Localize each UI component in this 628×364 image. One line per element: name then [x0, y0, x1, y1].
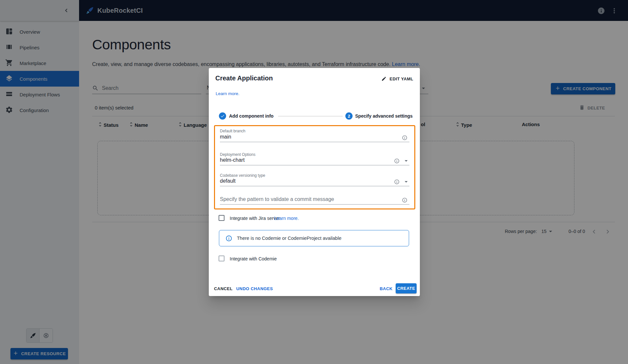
dialog-learn-more-link[interactable]: Learn more.	[216, 91, 240, 96]
commit-message-pattern-input[interactable]	[220, 196, 409, 205]
deployment-options-select[interactable]: helm-chart	[220, 157, 409, 165]
step-2-number: 2	[348, 114, 350, 119]
stepper-connector	[278, 116, 343, 116]
codebase-versioning-type-value: default	[220, 178, 236, 184]
step-1-completed-icon	[219, 112, 226, 120]
codemie-info-alert: There is no Codemie or CodemieProject av…	[219, 230, 409, 246]
info-icon	[225, 235, 232, 242]
chevron-down-icon[interactable]	[403, 157, 410, 166]
create-label: CREATE	[397, 286, 415, 291]
jira-checkbox[interactable]	[219, 215, 224, 221]
step-1-label: Add component info	[229, 113, 273, 119]
cancel-label: CANCEL	[214, 286, 233, 291]
codemie-checkbox[interactable]	[219, 256, 224, 261]
codebase-versioning-type-select[interactable]: default	[220, 178, 409, 186]
info-icon[interactable]	[394, 158, 400, 165]
deployment-options-label: Deployment Options	[220, 152, 256, 157]
cancel-button[interactable]: CANCEL	[214, 286, 233, 291]
dialog-title: Create Application	[215, 74, 273, 82]
edit-yaml-label: EDIT YAML	[389, 76, 413, 81]
back-button[interactable]: BACK	[380, 286, 392, 291]
jira-learn-more-link[interactable]: Learn more.	[274, 216, 299, 221]
pencil-icon	[381, 76, 387, 81]
step-2-circle: 2	[345, 112, 353, 120]
create-application-dialog: Create Application EDIT YAML Learn more.…	[209, 68, 420, 296]
info-icon[interactable]	[394, 179, 400, 186]
edit-yaml-button[interactable]: EDIT YAML	[381, 76, 413, 81]
undo-changes-label: UNDO CHANGES	[236, 286, 273, 291]
back-label: BACK	[380, 286, 392, 291]
alert-text: There is no Codemie or CodemieProject av…	[237, 236, 341, 241]
step-2-label: Specify advanced settings	[355, 113, 413, 119]
codemie-checkbox-label: Integrate with Codemie	[230, 256, 277, 261]
undo-changes-button[interactable]: UNDO CHANGES	[236, 286, 273, 291]
chevron-down-icon[interactable]	[403, 178, 410, 187]
app-window: KubeRocketCI Overview Pipelines Marketpl…	[0, 0, 628, 364]
advanced-settings-highlight-box: Default branch Deployment Options helm-c…	[214, 125, 415, 209]
codebase-versioning-type-label: Codebase versioning type	[220, 173, 265, 178]
jira-checkbox-label: Integrate with Jira server	[230, 216, 280, 221]
create-button[interactable]: CREATE	[396, 283, 417, 293]
default-branch-input[interactable]	[220, 134, 409, 142]
info-icon[interactable]	[402, 135, 407, 142]
default-branch-label: Default branch	[220, 129, 245, 133]
deployment-options-value: helm-chart	[220, 157, 245, 163]
info-icon[interactable]	[402, 197, 407, 204]
